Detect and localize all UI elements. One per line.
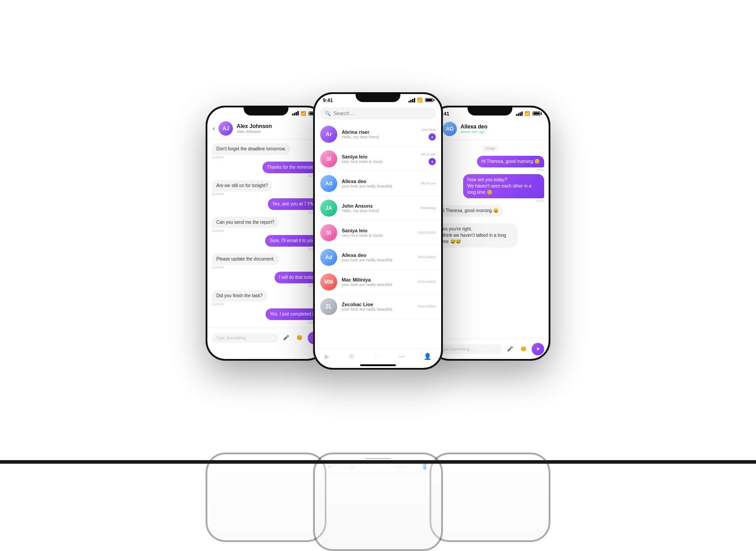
contact-preview: your look are really beautiful.: [342, 282, 413, 287]
contact-meta: 03:24 pm 3: [421, 152, 436, 165]
contact-item[interactable]: ZL Zecobac Lioe your look are really bea…: [315, 295, 441, 319]
notch-center: [356, 92, 400, 102]
contact-meta: 06:54 pm: [421, 181, 436, 185]
nav-item-profile[interactable]: 👤: [424, 353, 431, 360]
msg-time: 10:00: [536, 168, 544, 171]
search-bar[interactable]: 🔍: [320, 107, 436, 120]
msg-row: Hi Theresa, good morning 😄 10:01: [436, 205, 544, 221]
contact-time: Just Now: [421, 128, 436, 132]
reflections: ▶ ⊞ ♡ ··· 👤: [206, 453, 550, 551]
contact-info: Allexa deo your look are really beautifu…: [342, 179, 417, 188]
phone-center: 9:41 📶 🔍: [313, 92, 443, 370]
contact-avatar: MM: [320, 273, 337, 290]
wifi-icon-center: 📶: [417, 98, 422, 103]
msg-bubble: Please update the document.: [212, 253, 279, 265]
msg-bubble: Hi Theresa, good morning 😄: [436, 205, 503, 217]
contact-info: Zecobac Lioe your look are really beauti…: [342, 302, 413, 312]
message-input-left[interactable]: Type Something...: [212, 333, 278, 343]
phone-reflect-center: ▶ ⊞ ♡ ··· 👤: [313, 453, 443, 551]
back-button-left[interactable]: ‹: [213, 124, 215, 132]
contact-avatar: JA: [320, 200, 337, 217]
chat-input-bar-left: Type Something... 🎤 😊 ➤: [207, 328, 325, 348]
chat-messages-left: Don't forget the deadline tomorrow. 01/0…: [207, 140, 325, 328]
contact-item[interactable]: Ad Allexa deo your look are really beaut…: [315, 245, 441, 270]
msg-row: Don't forget the deadline tomorrow. 01/0…: [212, 143, 320, 159]
emoji-icon-right[interactable]: 😊: [518, 344, 529, 355]
contact-time: 02/11/2023: [418, 280, 436, 284]
msg-row: Sure, I'll email it to you. 01/08/24: [212, 235, 320, 251]
msg-time: 01/08/24: [212, 156, 224, 159]
home-indicator-center: [360, 364, 396, 366]
contact-name: John Ansons: [342, 203, 416, 209]
contact-info: Allexa deo your look are really beautifu…: [342, 252, 413, 262]
msg-bubble: Did you finish the task?: [212, 290, 267, 302]
screen-left: 📶 ‹ AJ Alex Johnson Alex Johnson: [207, 107, 325, 359]
nav-item-heart[interactable]: ♡: [374, 353, 380, 360]
contact-info: Abrina riser Hello, my dear friend: [342, 129, 417, 139]
battery-icon-center: [425, 98, 433, 102]
contact-info: Mac Miliniya your look are really beauti…: [342, 277, 413, 287]
contact-item[interactable]: MM Mac Miliniya your look are really bea…: [315, 270, 441, 295]
msg-row: Are we still on for tonight? 01/08/24: [212, 180, 320, 196]
mic-icon-left[interactable]: 🎤: [281, 333, 292, 343]
chat-sub-left: Alex Johnson: [236, 129, 319, 134]
search-input[interactable]: [334, 111, 431, 116]
signal-icon: [292, 111, 299, 115]
signal-icon-right: [516, 111, 523, 116]
contact-avatar: Sl: [320, 150, 337, 167]
active-status: Active 18m ago: [460, 130, 543, 134]
contact-name: Saniya leio: [342, 154, 417, 159]
contact-time: 02/11/2023: [418, 255, 436, 259]
msg-bubble: Sure, I'll email it to you.: [265, 235, 320, 247]
msg-bubble: How are you today?We haven't seen each o…: [463, 174, 545, 198]
contact-name: Mac Miliniya: [342, 277, 413, 282]
nav-item-play[interactable]: ▶: [325, 353, 330, 360]
unread-badge: 2: [429, 133, 436, 141]
msg-bubble: Hi Theresa, good morning 😊: [477, 156, 544, 167]
contact-meta: 03/11/2023: [418, 231, 436, 235]
contact-info: Saniya leio very nice reels & music: [342, 228, 413, 238]
contact-list: Ar Abrina riser Hello, my dear friend Ju…: [315, 122, 441, 349]
contact-item[interactable]: Ar Abrina riser Hello, my dear friend Ju…: [315, 122, 441, 147]
contact-item[interactable]: Sl Saniya leio very nice reels & music 0…: [315, 221, 441, 245]
msg-bubble: Yes, I just completed it.: [266, 308, 320, 320]
reflect-screen-center: ▶ ⊞ ♡ ··· 👤: [315, 454, 441, 549]
chat-header-left: ‹ AJ Alex Johnson Alex Johnson: [207, 118, 325, 140]
avatar-img-left: AJ: [219, 121, 233, 136]
contact-time: 01/11/2023: [418, 304, 436, 308]
contact-name: Allexa deo: [342, 179, 417, 184]
contact-name: Allexa deo: [342, 252, 413, 258]
contact-item[interactable]: Sl Saniya leio very nice reels & music 0…: [315, 147, 441, 171]
chat-header-right: ‹ AD Allexa deo Active 18m ago: [431, 118, 549, 140]
msg-time: 01/08/24: [212, 229, 224, 232]
contact-preview: very nice reels & music: [342, 233, 413, 238]
contact-preview: Hello, my dear friend: [342, 209, 416, 213]
contact-meta: Just Now 2: [421, 128, 436, 141]
send-button-right[interactable]: ➤: [532, 343, 544, 355]
scene: 📶 ‹ AJ Alex Johnson Alex Johnson: [0, 0, 756, 551]
msg-time: 01/08/24: [212, 303, 224, 306]
phone-reflect-right: [430, 453, 550, 542]
avatar-right: AD: [442, 122, 457, 136]
status-icons-center: 📶: [408, 98, 433, 103]
reflection-bar: [0, 460, 756, 464]
unread-badge: 3: [429, 158, 436, 165]
contact-time: 03/11/2023: [418, 231, 436, 235]
msg-row: Yes you're right.I think we haven't talk…: [436, 223, 544, 252]
contact-item[interactable]: JA John Ansons Hello, my dear friend Yes…: [315, 196, 441, 221]
contact-meta: 02/11/2023: [418, 255, 436, 259]
chat-messages-right: Today Hi Theresa, good morning 😊 10:00 H…: [431, 140, 549, 339]
msg-row: Yes, see you at 7 PM. 01/08/24: [212, 198, 320, 214]
message-input-right[interactable]: Type Something...: [436, 344, 502, 354]
msg-bubble: Yes, see you at 7 PM.: [268, 198, 320, 210]
contact-preview: your look are really beautiful.: [342, 184, 417, 188]
nav-item-chat[interactable]: ···: [399, 353, 404, 360]
mic-icon-right[interactable]: 🎤: [505, 344, 515, 355]
status-icons-right: 📶: [516, 111, 541, 116]
emoji-icon-left[interactable]: 😊: [294, 333, 305, 343]
bottom-nav: ▶ ⊞ ♡ ··· 👤: [315, 349, 441, 363]
nav-item-grid[interactable]: ⊞: [349, 353, 354, 360]
contact-preview: very nice reels & music: [342, 159, 417, 164]
contact-item[interactable]: Ad Allexa deo your look are really beaut…: [315, 171, 441, 196]
today-label: Today: [481, 145, 498, 151]
